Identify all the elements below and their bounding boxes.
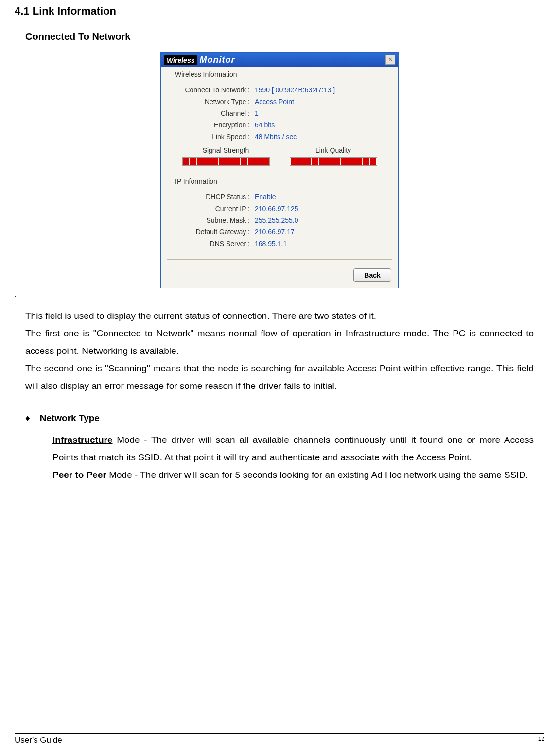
footer-guide: User's Guide xyxy=(15,736,62,745)
infra-label: Infrastructure xyxy=(52,435,113,445)
quality-label: Link Quality xyxy=(285,146,382,154)
row-gateway: Default Gateway : 210.66.97.17 xyxy=(172,228,387,236)
dash-mark-below: - xyxy=(15,293,544,299)
label: DHCP Status : xyxy=(172,193,255,201)
value: 210.66.97.125 xyxy=(255,205,298,212)
value: 1 xyxy=(255,109,259,117)
row-linkspeed: Link Speed : 48 Mbits / sec xyxy=(172,133,387,141)
sub-heading: Connected To Network xyxy=(25,31,544,42)
body-paragraphs: This field is used to display the curren… xyxy=(25,307,534,395)
wireless-legend: Wireless Information xyxy=(172,70,240,78)
dialog-titlebar: WirelessMonitor × xyxy=(161,53,398,67)
label: Link Speed : xyxy=(172,133,255,141)
value: 1590 [ 00:90:4B:63:47:13 ] xyxy=(255,86,335,94)
network-type-section: ♦ Network Type Infrastructure Mode - The… xyxy=(39,409,534,483)
p2p-paragraph: Peer to Peer Mode - The driver will scan… xyxy=(52,466,534,484)
row-nettype: Network Type : Access Point xyxy=(172,98,387,105)
value: 64 bits xyxy=(255,121,275,129)
row-channel: Channel : 1 xyxy=(172,109,387,117)
label: Subnet Mask : xyxy=(172,216,255,224)
bullet-heading: Network Type xyxy=(40,409,100,427)
row-encryption: Encryption : 64 bits xyxy=(172,121,387,129)
page-footer: User's Guide 12 xyxy=(15,733,544,745)
title-monitor: Monitor xyxy=(199,55,235,65)
body-p1: This field is used to display the curren… xyxy=(25,307,534,325)
body-p2: The first one is "Connected to Network" … xyxy=(25,325,534,360)
row-dns: DNS Server : 168.95.1.1 xyxy=(172,240,387,247)
wireless-information-group: Wireless Information Connect To Network … xyxy=(167,75,392,174)
value: Access Point xyxy=(255,98,294,105)
label: Network Type : xyxy=(172,98,255,105)
label: DNS Server : xyxy=(172,240,255,247)
body-p3: The second one is "Scanning" means that … xyxy=(25,360,534,395)
label: Default Gateway : xyxy=(172,228,255,236)
close-button[interactable]: × xyxy=(385,55,395,65)
label: Current IP : xyxy=(172,205,255,212)
ip-legend: IP Information xyxy=(172,177,220,185)
row-ip: Current IP : 210.66.97.125 xyxy=(172,205,387,212)
segments xyxy=(183,158,269,165)
value: 255.255.255.0 xyxy=(255,216,298,224)
row-dhcp: DHCP Status : Enable xyxy=(172,193,387,201)
row-connect: Connect To Network : 1590 [ 00:90:4B:63:… xyxy=(172,86,387,94)
value: 168.95.1.1 xyxy=(255,240,287,247)
quality-progress xyxy=(290,157,377,166)
diamond-bullet-icon: ♦ xyxy=(25,409,30,427)
dash-mark: - xyxy=(131,278,133,283)
label: Connect To Network : xyxy=(172,86,255,94)
link-quality-block: Link Quality xyxy=(285,146,382,166)
dialog-title: WirelessMonitor xyxy=(164,55,235,65)
signal-strength-block: Signal Strength xyxy=(177,146,275,166)
section-heading: 4.1 Link Information xyxy=(15,5,544,18)
wireless-monitor-dialog: WirelessMonitor × Wireless Information C… xyxy=(160,52,399,288)
signal-label: Signal Strength xyxy=(177,146,275,154)
ip-information-group: IP Information DHCP Status : Enable Curr… xyxy=(167,182,392,260)
p2p-label: Peer to Peer xyxy=(52,470,106,480)
segments xyxy=(290,158,377,165)
infra-paragraph: Infrastructure Mode - The driver will sc… xyxy=(52,431,534,466)
value: Enable xyxy=(255,193,276,201)
infra-text: Mode - The driver will scan all availabl… xyxy=(52,435,534,462)
value: 210.66.97.17 xyxy=(255,228,295,236)
label: Encryption : xyxy=(172,121,255,129)
back-button[interactable]: Back xyxy=(353,268,391,282)
title-wireless: Wireless xyxy=(164,55,197,65)
label: Channel : xyxy=(172,109,255,117)
row-subnet: Subnet Mask : 255.255.255.0 xyxy=(172,216,387,224)
value: 48 Mbits / sec xyxy=(255,133,297,141)
screenshot-container: - WirelessMonitor × Wireless Information… xyxy=(15,52,544,288)
signal-progress xyxy=(182,157,270,166)
p2p-text: Mode - The driver will scan for 5 second… xyxy=(106,470,528,480)
footer-page-number: 12 xyxy=(538,736,544,745)
